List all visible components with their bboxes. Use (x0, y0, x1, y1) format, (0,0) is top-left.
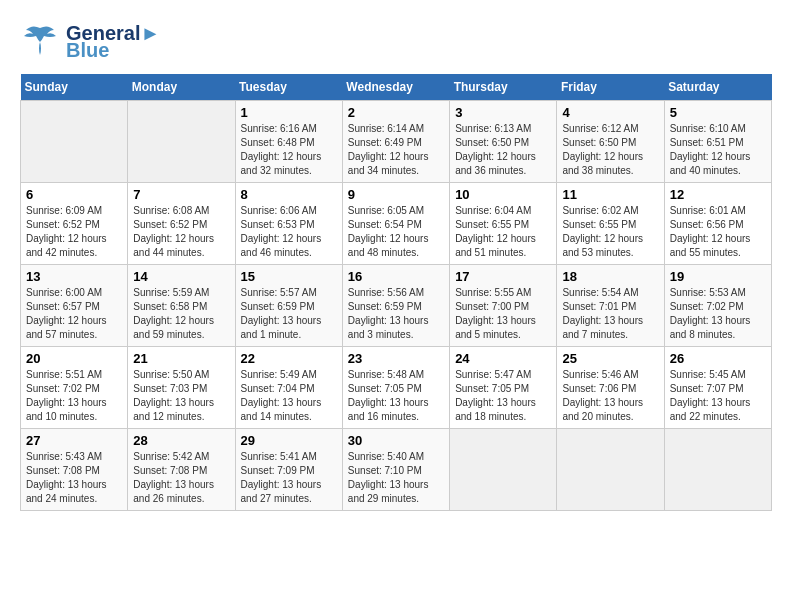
calendar-cell: 15Sunrise: 5:57 AM Sunset: 6:59 PM Dayli… (235, 265, 342, 347)
calendar-cell: 9Sunrise: 6:05 AM Sunset: 6:54 PM Daylig… (342, 183, 449, 265)
calendar-cell: 25Sunrise: 5:46 AM Sunset: 7:06 PM Dayli… (557, 347, 664, 429)
day-number: 10 (455, 187, 551, 202)
calendar-cell: 28Sunrise: 5:42 AM Sunset: 7:08 PM Dayli… (128, 429, 235, 511)
day-number: 22 (241, 351, 337, 366)
day-number: 3 (455, 105, 551, 120)
day-info: Sunrise: 5:41 AM Sunset: 7:09 PM Dayligh… (241, 450, 337, 506)
day-info: Sunrise: 6:04 AM Sunset: 6:55 PM Dayligh… (455, 204, 551, 260)
calendar-cell: 4Sunrise: 6:12 AM Sunset: 6:50 PM Daylig… (557, 101, 664, 183)
day-number: 6 (26, 187, 122, 202)
calendar-cell: 30Sunrise: 5:40 AM Sunset: 7:10 PM Dayli… (342, 429, 449, 511)
day-number: 16 (348, 269, 444, 284)
day-number: 2 (348, 105, 444, 120)
calendar-week-4: 20Sunrise: 5:51 AM Sunset: 7:02 PM Dayli… (21, 347, 772, 429)
day-number: 9 (348, 187, 444, 202)
day-info: Sunrise: 5:49 AM Sunset: 7:04 PM Dayligh… (241, 368, 337, 424)
calendar-cell: 12Sunrise: 6:01 AM Sunset: 6:56 PM Dayli… (664, 183, 771, 265)
calendar-cell: 6Sunrise: 6:09 AM Sunset: 6:52 PM Daylig… (21, 183, 128, 265)
day-info: Sunrise: 5:46 AM Sunset: 7:06 PM Dayligh… (562, 368, 658, 424)
day-number: 25 (562, 351, 658, 366)
day-number: 1 (241, 105, 337, 120)
day-info: Sunrise: 6:01 AM Sunset: 6:56 PM Dayligh… (670, 204, 766, 260)
day-info: Sunrise: 5:51 AM Sunset: 7:02 PM Dayligh… (26, 368, 122, 424)
calendar-cell: 21Sunrise: 5:50 AM Sunset: 7:03 PM Dayli… (128, 347, 235, 429)
day-number: 26 (670, 351, 766, 366)
logo-text-block: General► Blue (66, 22, 160, 62)
day-info: Sunrise: 5:53 AM Sunset: 7:02 PM Dayligh… (670, 286, 766, 342)
day-number: 23 (348, 351, 444, 366)
day-number: 5 (670, 105, 766, 120)
day-number: 13 (26, 269, 122, 284)
column-header-wednesday: Wednesday (342, 74, 449, 101)
calendar-cell: 26Sunrise: 5:45 AM Sunset: 7:07 PM Dayli… (664, 347, 771, 429)
calendar-cell: 29Sunrise: 5:41 AM Sunset: 7:09 PM Dayli… (235, 429, 342, 511)
day-info: Sunrise: 5:48 AM Sunset: 7:05 PM Dayligh… (348, 368, 444, 424)
day-info: Sunrise: 5:59 AM Sunset: 6:58 PM Dayligh… (133, 286, 229, 342)
calendar-cell: 1Sunrise: 6:16 AM Sunset: 6:48 PM Daylig… (235, 101, 342, 183)
day-number: 7 (133, 187, 229, 202)
day-number: 21 (133, 351, 229, 366)
calendar-cell: 14Sunrise: 5:59 AM Sunset: 6:58 PM Dayli… (128, 265, 235, 347)
day-info: Sunrise: 6:12 AM Sunset: 6:50 PM Dayligh… (562, 122, 658, 178)
day-info: Sunrise: 6:16 AM Sunset: 6:48 PM Dayligh… (241, 122, 337, 178)
calendar-cell (450, 429, 557, 511)
calendar-week-5: 27Sunrise: 5:43 AM Sunset: 7:08 PM Dayli… (21, 429, 772, 511)
day-number: 15 (241, 269, 337, 284)
day-number: 29 (241, 433, 337, 448)
day-info: Sunrise: 5:43 AM Sunset: 7:08 PM Dayligh… (26, 450, 122, 506)
calendar-cell: 20Sunrise: 5:51 AM Sunset: 7:02 PM Dayli… (21, 347, 128, 429)
day-info: Sunrise: 6:13 AM Sunset: 6:50 PM Dayligh… (455, 122, 551, 178)
day-number: 19 (670, 269, 766, 284)
day-number: 20 (26, 351, 122, 366)
page-header: General► Blue (20, 20, 772, 64)
calendar-cell: 27Sunrise: 5:43 AM Sunset: 7:08 PM Dayli… (21, 429, 128, 511)
calendar-cell: 16Sunrise: 5:56 AM Sunset: 6:59 PM Dayli… (342, 265, 449, 347)
calendar-cell: 10Sunrise: 6:04 AM Sunset: 6:55 PM Dayli… (450, 183, 557, 265)
day-number: 28 (133, 433, 229, 448)
logo-blue: Blue (66, 39, 109, 62)
calendar-cell (664, 429, 771, 511)
day-info: Sunrise: 5:45 AM Sunset: 7:07 PM Dayligh… (670, 368, 766, 424)
day-info: Sunrise: 5:47 AM Sunset: 7:05 PM Dayligh… (455, 368, 551, 424)
calendar-cell: 2Sunrise: 6:14 AM Sunset: 6:49 PM Daylig… (342, 101, 449, 183)
day-info: Sunrise: 6:08 AM Sunset: 6:52 PM Dayligh… (133, 204, 229, 260)
column-header-sunday: Sunday (21, 74, 128, 101)
calendar-cell: 8Sunrise: 6:06 AM Sunset: 6:53 PM Daylig… (235, 183, 342, 265)
calendar-cell (128, 101, 235, 183)
calendar-cell: 7Sunrise: 6:08 AM Sunset: 6:52 PM Daylig… (128, 183, 235, 265)
day-info: Sunrise: 5:40 AM Sunset: 7:10 PM Dayligh… (348, 450, 444, 506)
day-info: Sunrise: 6:10 AM Sunset: 6:51 PM Dayligh… (670, 122, 766, 178)
day-info: Sunrise: 5:55 AM Sunset: 7:00 PM Dayligh… (455, 286, 551, 342)
day-number: 12 (670, 187, 766, 202)
day-info: Sunrise: 5:57 AM Sunset: 6:59 PM Dayligh… (241, 286, 337, 342)
calendar-cell: 22Sunrise: 5:49 AM Sunset: 7:04 PM Dayli… (235, 347, 342, 429)
day-number: 24 (455, 351, 551, 366)
day-info: Sunrise: 6:05 AM Sunset: 6:54 PM Dayligh… (348, 204, 444, 260)
logo: General► Blue (20, 20, 160, 64)
day-info: Sunrise: 5:42 AM Sunset: 7:08 PM Dayligh… (133, 450, 229, 506)
calendar-cell: 13Sunrise: 6:00 AM Sunset: 6:57 PM Dayli… (21, 265, 128, 347)
day-info: Sunrise: 5:54 AM Sunset: 7:01 PM Dayligh… (562, 286, 658, 342)
calendar-week-1: 1Sunrise: 6:16 AM Sunset: 6:48 PM Daylig… (21, 101, 772, 183)
day-number: 17 (455, 269, 551, 284)
calendar-cell: 18Sunrise: 5:54 AM Sunset: 7:01 PM Dayli… (557, 265, 664, 347)
day-info: Sunrise: 5:50 AM Sunset: 7:03 PM Dayligh… (133, 368, 229, 424)
calendar-cell: 24Sunrise: 5:47 AM Sunset: 7:05 PM Dayli… (450, 347, 557, 429)
calendar-table: SundayMondayTuesdayWednesdayThursdayFrid… (20, 74, 772, 511)
day-info: Sunrise: 6:00 AM Sunset: 6:57 PM Dayligh… (26, 286, 122, 342)
column-header-friday: Friday (557, 74, 664, 101)
day-number: 11 (562, 187, 658, 202)
day-number: 14 (133, 269, 229, 284)
day-number: 8 (241, 187, 337, 202)
column-header-tuesday: Tuesday (235, 74, 342, 101)
day-number: 4 (562, 105, 658, 120)
calendar-cell: 17Sunrise: 5:55 AM Sunset: 7:00 PM Dayli… (450, 265, 557, 347)
column-header-saturday: Saturday (664, 74, 771, 101)
column-header-monday: Monday (128, 74, 235, 101)
calendar-week-2: 6Sunrise: 6:09 AM Sunset: 6:52 PM Daylig… (21, 183, 772, 265)
calendar-cell: 19Sunrise: 5:53 AM Sunset: 7:02 PM Dayli… (664, 265, 771, 347)
day-info: Sunrise: 5:56 AM Sunset: 6:59 PM Dayligh… (348, 286, 444, 342)
calendar-header-row: SundayMondayTuesdayWednesdayThursdayFrid… (21, 74, 772, 101)
calendar-cell: 3Sunrise: 6:13 AM Sunset: 6:50 PM Daylig… (450, 101, 557, 183)
day-number: 18 (562, 269, 658, 284)
